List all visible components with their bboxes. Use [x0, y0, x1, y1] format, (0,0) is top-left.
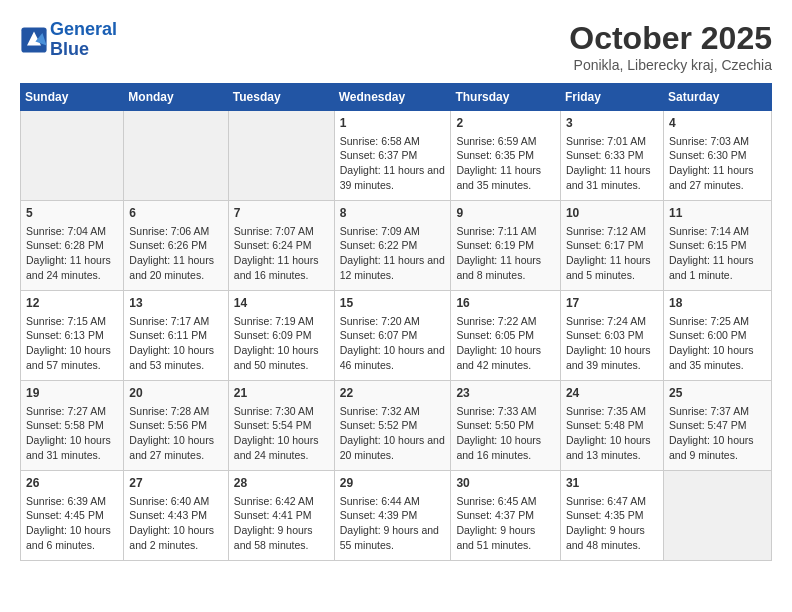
cell-content: Sunset: 4:37 PM [456, 508, 555, 523]
calendar-week-row: 12Sunrise: 7:15 AMSunset: 6:13 PMDayligh… [21, 291, 772, 381]
calendar-cell: 6Sunrise: 7:06 AMSunset: 6:26 PMDaylight… [124, 201, 228, 291]
cell-content: Sunrise: 7:20 AM [340, 314, 446, 329]
day-number: 28 [234, 475, 329, 492]
header-friday: Friday [560, 84, 663, 111]
calendar-cell: 7Sunrise: 7:07 AMSunset: 6:24 PMDaylight… [228, 201, 334, 291]
calendar-header-row: SundayMondayTuesdayWednesdayThursdayFrid… [21, 84, 772, 111]
cell-content: Sunset: 6:05 PM [456, 328, 555, 343]
calendar-week-row: 5Sunrise: 7:04 AMSunset: 6:28 PMDaylight… [21, 201, 772, 291]
calendar-cell [124, 111, 228, 201]
calendar-cell [228, 111, 334, 201]
cell-content: Sunrise: 7:30 AM [234, 404, 329, 419]
day-number: 19 [26, 385, 118, 402]
calendar-cell: 9Sunrise: 7:11 AMSunset: 6:19 PMDaylight… [451, 201, 561, 291]
day-number: 6 [129, 205, 222, 222]
day-number: 5 [26, 205, 118, 222]
cell-content: Sunset: 6:07 PM [340, 328, 446, 343]
header-sunday: Sunday [21, 84, 124, 111]
day-number: 16 [456, 295, 555, 312]
calendar-cell [21, 111, 124, 201]
cell-content: Sunrise: 7:03 AM [669, 134, 766, 149]
calendar-cell: 18Sunrise: 7:25 AMSunset: 6:00 PMDayligh… [663, 291, 771, 381]
day-number: 4 [669, 115, 766, 132]
cell-content: Sunset: 6:17 PM [566, 238, 658, 253]
calendar-week-row: 1Sunrise: 6:58 AMSunset: 6:37 PMDaylight… [21, 111, 772, 201]
cell-content: Sunset: 6:09 PM [234, 328, 329, 343]
title-block: October 2025 Ponikla, Liberecky kraj, Cz… [569, 20, 772, 73]
logo-icon [20, 26, 48, 54]
day-number: 8 [340, 205, 446, 222]
calendar-cell: 16Sunrise: 7:22 AMSunset: 6:05 PMDayligh… [451, 291, 561, 381]
cell-content: Sunrise: 7:06 AM [129, 224, 222, 239]
day-number: 27 [129, 475, 222, 492]
cell-content: Sunrise: 7:32 AM [340, 404, 446, 419]
cell-content: Sunset: 6:28 PM [26, 238, 118, 253]
calendar-cell: 12Sunrise: 7:15 AMSunset: 6:13 PMDayligh… [21, 291, 124, 381]
cell-content: Sunrise: 7:07 AM [234, 224, 329, 239]
day-number: 2 [456, 115, 555, 132]
cell-content: Sunset: 4:41 PM [234, 508, 329, 523]
day-number: 24 [566, 385, 658, 402]
calendar-cell: 20Sunrise: 7:28 AMSunset: 5:56 PMDayligh… [124, 381, 228, 471]
cell-content: Sunset: 4:45 PM [26, 508, 118, 523]
calendar-cell: 14Sunrise: 7:19 AMSunset: 6:09 PMDayligh… [228, 291, 334, 381]
cell-content: Daylight: 10 hours and 20 minutes. [340, 433, 446, 462]
cell-content: Sunset: 5:54 PM [234, 418, 329, 433]
cell-content: Daylight: 10 hours and 39 minutes. [566, 343, 658, 372]
cell-content: Sunset: 6:33 PM [566, 148, 658, 163]
cell-content: Sunset: 6:11 PM [129, 328, 222, 343]
cell-content: Daylight: 9 hours and 55 minutes. [340, 523, 446, 552]
calendar-cell: 24Sunrise: 7:35 AMSunset: 5:48 PMDayligh… [560, 381, 663, 471]
calendar-cell: 30Sunrise: 6:45 AMSunset: 4:37 PMDayligh… [451, 471, 561, 561]
cell-content: Sunset: 5:50 PM [456, 418, 555, 433]
day-number: 15 [340, 295, 446, 312]
day-number: 1 [340, 115, 446, 132]
calendar-cell: 27Sunrise: 6:40 AMSunset: 4:43 PMDayligh… [124, 471, 228, 561]
cell-content: Sunset: 4:35 PM [566, 508, 658, 523]
calendar-cell: 29Sunrise: 6:44 AMSunset: 4:39 PMDayligh… [334, 471, 451, 561]
header-saturday: Saturday [663, 84, 771, 111]
calendar-cell: 22Sunrise: 7:32 AMSunset: 5:52 PMDayligh… [334, 381, 451, 471]
cell-content: Sunset: 6:26 PM [129, 238, 222, 253]
calendar-cell: 2Sunrise: 6:59 AMSunset: 6:35 PMDaylight… [451, 111, 561, 201]
cell-content: Sunrise: 7:04 AM [26, 224, 118, 239]
cell-content: Daylight: 11 hours and 27 minutes. [669, 163, 766, 192]
cell-content: Daylight: 10 hours and 13 minutes. [566, 433, 658, 462]
calendar-cell: 3Sunrise: 7:01 AMSunset: 6:33 PMDaylight… [560, 111, 663, 201]
cell-content: Sunrise: 6:59 AM [456, 134, 555, 149]
logo-text: General Blue [50, 20, 117, 60]
cell-content: Sunrise: 6:45 AM [456, 494, 555, 509]
cell-content: Sunrise: 7:24 AM [566, 314, 658, 329]
cell-content: Daylight: 10 hours and 46 minutes. [340, 343, 446, 372]
calendar-cell: 8Sunrise: 7:09 AMSunset: 6:22 PMDaylight… [334, 201, 451, 291]
cell-content: Daylight: 11 hours and 24 minutes. [26, 253, 118, 282]
day-number: 3 [566, 115, 658, 132]
cell-content: Sunrise: 6:44 AM [340, 494, 446, 509]
calendar-week-row: 19Sunrise: 7:27 AMSunset: 5:58 PMDayligh… [21, 381, 772, 471]
day-number: 31 [566, 475, 658, 492]
cell-content: Daylight: 10 hours and 16 minutes. [456, 433, 555, 462]
header-monday: Monday [124, 84, 228, 111]
cell-content: Sunrise: 7:12 AM [566, 224, 658, 239]
cell-content: Sunset: 5:48 PM [566, 418, 658, 433]
cell-content: Daylight: 9 hours and 51 minutes. [456, 523, 555, 552]
header-wednesday: Wednesday [334, 84, 451, 111]
cell-content: Daylight: 11 hours and 8 minutes. [456, 253, 555, 282]
day-number: 11 [669, 205, 766, 222]
calendar-week-row: 26Sunrise: 6:39 AMSunset: 4:45 PMDayligh… [21, 471, 772, 561]
cell-content: Sunrise: 7:25 AM [669, 314, 766, 329]
cell-content: Sunset: 6:03 PM [566, 328, 658, 343]
cell-content: Daylight: 10 hours and 24 minutes. [234, 433, 329, 462]
day-number: 10 [566, 205, 658, 222]
cell-content: Sunrise: 7:28 AM [129, 404, 222, 419]
calendar-cell: 17Sunrise: 7:24 AMSunset: 6:03 PMDayligh… [560, 291, 663, 381]
calendar-cell: 11Sunrise: 7:14 AMSunset: 6:15 PMDayligh… [663, 201, 771, 291]
cell-content: Daylight: 11 hours and 31 minutes. [566, 163, 658, 192]
day-number: 20 [129, 385, 222, 402]
cell-content: Daylight: 11 hours and 1 minute. [669, 253, 766, 282]
cell-content: Sunset: 6:22 PM [340, 238, 446, 253]
calendar-cell: 5Sunrise: 7:04 AMSunset: 6:28 PMDaylight… [21, 201, 124, 291]
cell-content: Sunrise: 7:15 AM [26, 314, 118, 329]
day-number: 9 [456, 205, 555, 222]
cell-content: Sunrise: 6:39 AM [26, 494, 118, 509]
